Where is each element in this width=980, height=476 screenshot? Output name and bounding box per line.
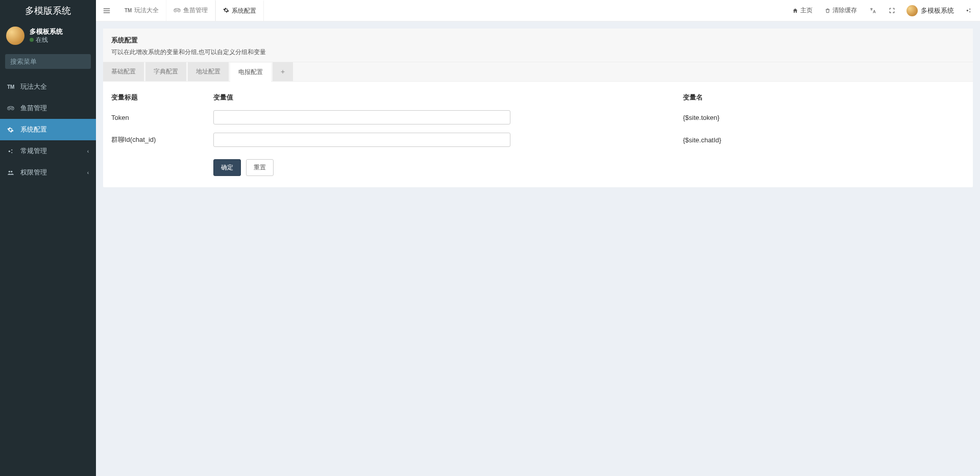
cogs-icon (7, 148, 17, 155)
sidebar-item-permissions[interactable]: 权限管理 ‹ (0, 162, 96, 183)
tab-label: 系统配置 (232, 7, 256, 15)
chevron-left-icon: ‹ (87, 148, 89, 154)
trash-icon (825, 8, 830, 14)
row-title: 群聊Id(chat_id) (111, 135, 213, 144)
plus-icon: ＋ (280, 68, 286, 75)
svg-point-16 (175, 10, 176, 11)
fullscreen-button[interactable] (884, 0, 900, 21)
tab-fry[interactable]: 鱼苗管理 (166, 0, 215, 21)
cfg-tab-telegram[interactable]: 电报配置 (230, 63, 271, 82)
svg-point-19 (969, 9, 970, 10)
user-avatar (6, 27, 24, 45)
tm-icon: TM (125, 8, 132, 13)
user-avatar-small (906, 5, 918, 16)
sidebar-item-system-config[interactable]: 系统配置 (0, 119, 96, 140)
submit-button[interactable]: 确定 (213, 159, 241, 176)
row-varname: {$site.chatId} (673, 136, 785, 144)
brand-logo[interactable]: 多模版系统 (0, 0, 96, 21)
user-status: 在线 (30, 36, 63, 44)
col-header-title: 变量标题 (111, 93, 213, 102)
table-header: 变量标题 变量值 变量名 (111, 89, 965, 106)
settings-button[interactable] (960, 0, 977, 21)
sidebar-item-label: 系统配置 (20, 125, 47, 134)
top-tabs: TM 玩法大全 鱼苗管理 系统配置 (117, 0, 264, 21)
tab-system-config[interactable]: 系统配置 (215, 0, 264, 21)
panel-title: 系统配置 (111, 36, 965, 45)
svg-point-9 (9, 170, 10, 172)
tripadvisor-icon (7, 106, 17, 111)
tab-label: 鱼苗管理 (183, 6, 208, 15)
sidebar-item-label: 权限管理 (20, 168, 47, 177)
gear-icon (7, 127, 17, 133)
col-header-name: 变量名 (673, 93, 785, 102)
tab-label: 玩法大全 (134, 6, 159, 15)
language-button[interactable] (864, 0, 881, 21)
cfg-tab-add[interactable]: ＋ (273, 62, 293, 81)
chevron-left-icon: ‹ (87, 170, 89, 176)
token-input[interactable] (213, 110, 510, 124)
user-status-text: 在线 (36, 36, 48, 43)
cfg-tab-dict[interactable]: 字典配置 (145, 62, 186, 81)
sidebar-search (5, 54, 91, 69)
home-button[interactable]: 主页 (787, 0, 818, 21)
config-panel: 系统配置 可以在此增改系统的变量和分组,也可以自定义分组和变量 基础配置 字典配… (103, 29, 973, 187)
table-row: Token {$site.token} (111, 106, 965, 129)
toggle-sidebar-button[interactable] (96, 0, 117, 21)
sidebar-item-label: 常规管理 (20, 146, 47, 156)
table-row: 群聊Id(chat_id) {$site.chatId} (111, 129, 965, 151)
svg-point-7 (11, 149, 12, 150)
svg-point-8 (11, 152, 12, 153)
home-icon (792, 8, 798, 14)
svg-point-6 (9, 150, 10, 152)
row-title: Token (111, 114, 213, 121)
tripadvisor-icon (174, 7, 181, 14)
row-varname: {$site.token} (673, 114, 785, 121)
col-header-value: 变量值 (213, 93, 673, 102)
panel-description: 可以在此增改系统的变量和分组,也可以自定义分组和变量 (111, 48, 965, 57)
home-label: 主页 (800, 6, 813, 15)
search-input[interactable] (5, 54, 91, 69)
status-dot-icon (30, 38, 34, 42)
top-user-menu[interactable]: 多模板系统 (902, 0, 958, 21)
svg-point-4 (9, 108, 10, 109)
clear-cache-button[interactable]: 清除缓存 (820, 0, 862, 21)
gear-icon (223, 7, 229, 15)
tm-icon: TM (7, 84, 17, 90)
sidebar-item-fry[interactable]: 鱼苗管理 (0, 97, 96, 119)
clear-cache-label: 清除缓存 (832, 6, 857, 15)
user-panel[interactable]: 多模板系统 在线 (0, 21, 96, 50)
svg-point-20 (969, 11, 970, 12)
menu-icon (103, 8, 110, 14)
expand-icon (889, 7, 895, 14)
svg-point-17 (179, 10, 180, 11)
translate-icon (869, 7, 876, 14)
sidebar-menu: TM 玩法大全 鱼苗管理 系统配置 常规管理 ‹ (0, 76, 96, 183)
sidebar-item-general[interactable]: 常规管理 ‹ (0, 140, 96, 162)
topbar: TM 玩法大全 鱼苗管理 系统配置 (96, 0, 980, 21)
svg-point-5 (12, 108, 13, 109)
cfg-tab-address[interactable]: 地址配置 (188, 62, 229, 81)
config-tabs: 基础配置 字典配置 地址配置 电报配置 ＋ (103, 62, 973, 82)
tab-gameplay[interactable]: TM 玩法大全 (117, 0, 166, 21)
user-name: 多模板系统 (30, 28, 63, 36)
sidebar-item-label: 鱼苗管理 (20, 104, 47, 113)
group-icon (7, 169, 17, 176)
sidebar-item-gameplay[interactable]: TM 玩法大全 (0, 76, 96, 97)
sidebar: 多模版系统 多模板系统 在线 TM 玩法大全 (0, 0, 96, 476)
cfg-tab-basic[interactable]: 基础配置 (103, 62, 144, 81)
reset-button[interactable]: 重置 (246, 159, 274, 176)
sidebar-item-label: 玩法大全 (20, 82, 47, 91)
cogs-icon (965, 7, 972, 14)
svg-point-10 (11, 170, 12, 172)
chatid-input[interactable] (213, 133, 510, 147)
svg-point-18 (967, 10, 968, 11)
top-user-label: 多模板系统 (921, 6, 954, 15)
